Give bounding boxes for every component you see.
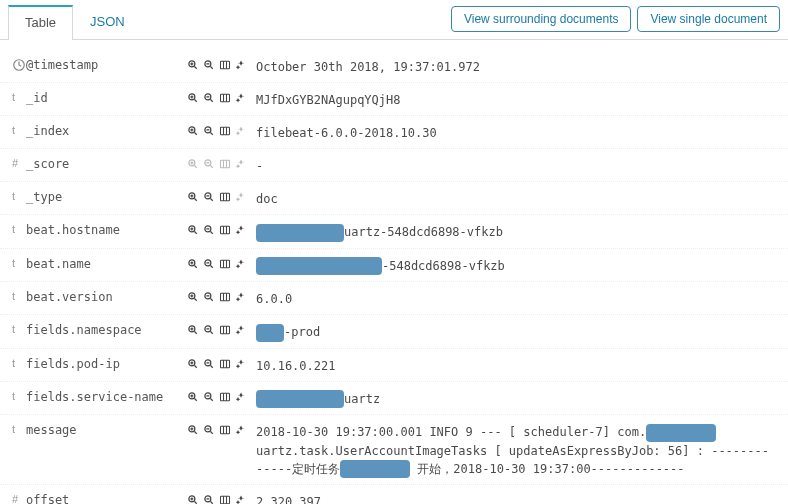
filter-out-icon[interactable] bbox=[202, 290, 216, 304]
field-row-pod-ip: t fields.pod-ip 10.16.0.221 bbox=[0, 349, 788, 382]
field-value: uartz-548dcd6898-vfkzb bbox=[256, 221, 776, 242]
toggle-column-icon[interactable] bbox=[218, 91, 232, 105]
filter-out-icon[interactable] bbox=[202, 493, 216, 504]
filter-out-icon[interactable] bbox=[202, 323, 216, 337]
redacted-block bbox=[256, 257, 382, 275]
filter-for-icon[interactable] bbox=[186, 124, 200, 138]
field-type-icon: t bbox=[12, 321, 26, 335]
filter-for-icon[interactable] bbox=[186, 390, 200, 404]
tab-table[interactable]: Table bbox=[8, 5, 73, 40]
field-type-icon: t bbox=[12, 388, 26, 402]
filter-for-icon[interactable] bbox=[186, 493, 200, 504]
view-single-button[interactable]: View single document bbox=[637, 6, 780, 32]
field-actions bbox=[186, 122, 256, 138]
filter-out-icon[interactable] bbox=[202, 390, 216, 404]
field-actions bbox=[186, 388, 256, 404]
toggle-column-icon[interactable] bbox=[218, 223, 232, 237]
svg-rect-6 bbox=[221, 94, 230, 102]
filter-for-icon[interactable] bbox=[186, 323, 200, 337]
field-row-index: t _index filebeat-6.0.0-2018.10.30 bbox=[0, 116, 788, 149]
field-name: fields.pod-ip bbox=[26, 355, 186, 371]
svg-rect-21 bbox=[221, 260, 230, 268]
field-actions bbox=[186, 321, 256, 337]
field-value: uartz bbox=[256, 388, 776, 409]
field-actions bbox=[186, 355, 256, 371]
field-row-offset: # offset 2,320,397 bbox=[0, 485, 788, 504]
filter-out-icon[interactable] bbox=[202, 423, 216, 437]
field-value: doc bbox=[256, 188, 776, 208]
field-type-icon: t bbox=[12, 255, 26, 269]
toggle-column-icon[interactable] bbox=[218, 357, 232, 371]
exists-filter-icon[interactable] bbox=[234, 357, 248, 371]
exists-filter-icon[interactable] bbox=[234, 390, 248, 404]
exists-filter-icon[interactable] bbox=[234, 91, 248, 105]
field-name: message bbox=[26, 421, 186, 437]
toggle-column-icon[interactable] bbox=[218, 423, 232, 437]
field-row-service-name: t fields.service-name uartz bbox=[0, 382, 788, 416]
field-value: 10.16.0.221 bbox=[256, 355, 776, 375]
tab-json[interactable]: JSON bbox=[73, 5, 142, 40]
toggle-column-icon[interactable] bbox=[218, 323, 232, 337]
field-row-timestamp: @timestamp October 30th 2018, 19:37:01.9… bbox=[0, 50, 788, 83]
filter-out-icon[interactable] bbox=[202, 124, 216, 138]
field-type-icon: # bbox=[12, 491, 26, 504]
field-type-icon bbox=[12, 56, 26, 74]
svg-rect-33 bbox=[221, 393, 230, 401]
redacted-block bbox=[256, 390, 344, 408]
filter-for-icon[interactable] bbox=[186, 290, 200, 304]
field-value: October 30th 2018, 19:37:01.972 bbox=[256, 56, 776, 76]
toggle-column-icon[interactable] bbox=[218, 493, 232, 504]
filter-for-icon[interactable] bbox=[186, 223, 200, 237]
filter-for-icon bbox=[186, 157, 200, 171]
field-name: _score bbox=[26, 155, 186, 171]
toggle-column-icon[interactable] bbox=[218, 390, 232, 404]
toggle-column-icon[interactable] bbox=[218, 190, 232, 204]
field-value: -548dcd6898-vfkzb bbox=[256, 255, 776, 276]
filter-for-icon[interactable] bbox=[186, 423, 200, 437]
exists-filter-icon[interactable] bbox=[234, 290, 248, 304]
header-buttons: View surrounding documents View single d… bbox=[451, 6, 780, 38]
field-row-beat-hostname: t beat.hostname uartz-548dcd6898-vfkzb bbox=[0, 215, 788, 249]
exists-filter-icon[interactable] bbox=[234, 124, 248, 138]
filter-for-icon[interactable] bbox=[186, 190, 200, 204]
exists-filter-icon[interactable] bbox=[234, 423, 248, 437]
field-name: _id bbox=[26, 89, 186, 105]
field-actions bbox=[186, 188, 256, 204]
exists-filter-icon[interactable] bbox=[234, 223, 248, 237]
filter-out-icon[interactable] bbox=[202, 223, 216, 237]
exists-filter-icon[interactable] bbox=[234, 257, 248, 271]
toggle-column-icon[interactable] bbox=[218, 290, 232, 304]
view-surrounding-button[interactable]: View surrounding documents bbox=[451, 6, 632, 32]
field-name: fields.service-name bbox=[26, 388, 186, 404]
filter-out-icon[interactable] bbox=[202, 190, 216, 204]
exists-filter-icon[interactable] bbox=[234, 493, 248, 504]
field-row-beat-version: t beat.version 6.0.0 bbox=[0, 282, 788, 315]
svg-rect-27 bbox=[221, 326, 230, 334]
filter-for-icon[interactable] bbox=[186, 257, 200, 271]
redacted-block bbox=[646, 424, 716, 442]
field-type-icon: t bbox=[12, 122, 26, 136]
filter-out-icon[interactable] bbox=[202, 91, 216, 105]
filter-for-icon[interactable] bbox=[186, 91, 200, 105]
toggle-column-icon[interactable] bbox=[218, 124, 232, 138]
field-name: beat.version bbox=[26, 288, 186, 304]
filter-out-icon[interactable] bbox=[202, 257, 216, 271]
exists-filter-icon[interactable] bbox=[234, 323, 248, 337]
exists-filter-icon[interactable] bbox=[234, 58, 248, 72]
field-value: 2018-10-30 19:37:00.001 INFO 9 --- [ sch… bbox=[256, 421, 776, 478]
toggle-column-icon bbox=[218, 157, 232, 171]
tabs: Table JSON bbox=[8, 4, 142, 39]
filter-out-icon[interactable] bbox=[202, 357, 216, 371]
filter-out-icon[interactable] bbox=[202, 58, 216, 72]
field-type-icon: t bbox=[12, 221, 26, 235]
svg-rect-15 bbox=[221, 193, 230, 201]
filter-for-icon[interactable] bbox=[186, 357, 200, 371]
filter-for-icon[interactable] bbox=[186, 58, 200, 72]
svg-rect-39 bbox=[221, 496, 230, 504]
exists-filter-icon[interactable] bbox=[234, 190, 248, 204]
field-name: @timestamp bbox=[26, 56, 186, 72]
toggle-column-icon[interactable] bbox=[218, 257, 232, 271]
field-actions bbox=[186, 221, 256, 237]
field-name: fields.namespace bbox=[26, 321, 186, 337]
toggle-column-icon[interactable] bbox=[218, 58, 232, 72]
